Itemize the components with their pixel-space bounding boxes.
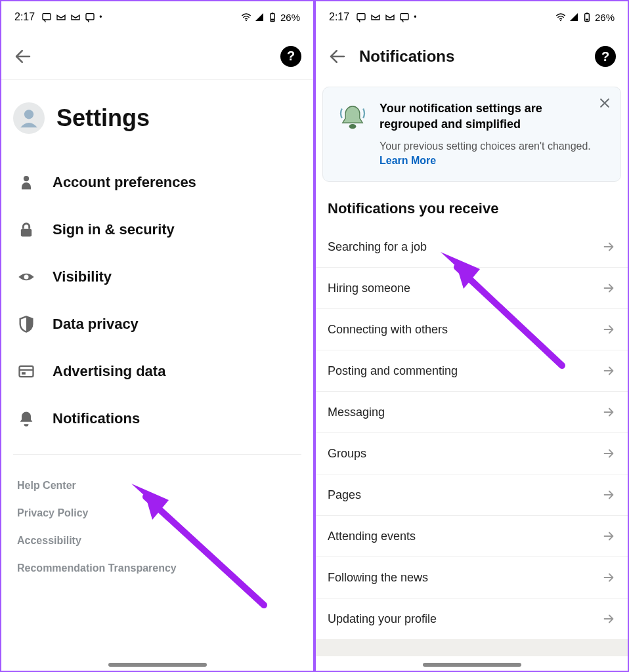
signal-icon xyxy=(254,12,265,22)
section-heading: Notifications you receive xyxy=(316,188,628,226)
row-label: Messaging xyxy=(328,406,385,419)
close-button[interactable] xyxy=(598,96,611,110)
row-searching-job[interactable]: Searching for a job xyxy=(316,226,628,268)
status-left-icons: • xyxy=(41,12,102,22)
svg-rect-13 xyxy=(357,14,365,20)
menu-account-preferences[interactable]: Account preferences xyxy=(13,159,301,206)
row-hiring[interactable]: Hiring someone xyxy=(316,268,628,309)
battery-pct: 26% xyxy=(280,12,300,23)
svg-rect-18 xyxy=(586,19,588,21)
row-updating-profile[interactable]: Updating your profile xyxy=(316,598,628,639)
chevron-right-icon xyxy=(601,281,616,295)
chevron-right-icon xyxy=(601,612,616,626)
chevron-right-icon xyxy=(601,529,616,543)
svg-rect-10 xyxy=(20,366,33,377)
row-messaging[interactable]: Messaging xyxy=(316,392,628,433)
wifi-icon xyxy=(241,12,251,22)
svg-point-15 xyxy=(560,20,561,21)
help-button[interactable]: ? xyxy=(595,46,616,67)
menu-label: Account preferences xyxy=(53,174,196,191)
menu-notifications[interactable]: Notifications xyxy=(13,395,301,442)
svg-rect-5 xyxy=(271,19,274,21)
footer-accessibility[interactable]: Accessibility xyxy=(13,527,301,555)
back-button[interactable] xyxy=(13,47,33,66)
menu-label: Visibility xyxy=(53,268,112,285)
menu-visibility[interactable]: Visibility xyxy=(13,253,301,301)
menu-sign-in-security[interactable]: Sign in & security xyxy=(13,206,301,253)
info-card: Your notification settings are regrouped… xyxy=(322,87,621,182)
status-dot: • xyxy=(99,12,102,22)
footer-help-center[interactable]: Help Center xyxy=(13,472,301,499)
menu-label: Advertising data xyxy=(53,363,165,380)
row-following-news[interactable]: Following the news xyxy=(316,557,628,598)
menu-advertising-data[interactable]: Advertising data xyxy=(13,348,301,395)
footer-privacy-policy[interactable]: Privacy Policy xyxy=(13,499,301,527)
status-left-icons: • xyxy=(356,12,416,22)
svg-rect-14 xyxy=(401,14,408,20)
svg-rect-0 xyxy=(43,14,51,20)
svg-point-19 xyxy=(349,124,357,129)
back-button[interactable] xyxy=(328,47,347,66)
menu-label: Data privacy xyxy=(53,316,139,333)
chevron-right-icon xyxy=(601,446,616,461)
mail-icon-2 xyxy=(385,12,395,22)
app-bar: ? xyxy=(1,33,313,80)
info-subtitle: Your previous setting choices aren't cha… xyxy=(380,139,593,169)
footer-links: Help Center Privacy Policy Accessibility… xyxy=(13,454,301,582)
screencast-icon-2 xyxy=(399,12,410,22)
person-icon xyxy=(17,173,35,192)
chevron-right-icon xyxy=(601,322,616,337)
screencast-icon-2 xyxy=(85,12,95,22)
svg-rect-17 xyxy=(586,12,588,14)
mail-icon xyxy=(56,12,66,22)
chevron-right-icon xyxy=(601,240,616,254)
bell-icon xyxy=(17,410,35,428)
row-label: Hiring someone xyxy=(328,282,410,295)
lock-icon xyxy=(17,220,35,239)
bottom-strip xyxy=(316,639,628,656)
svg-rect-8 xyxy=(21,229,32,237)
svg-point-2 xyxy=(246,20,247,21)
row-label: Posting and commenting xyxy=(328,364,458,378)
mail-icon-2 xyxy=(70,12,81,22)
menu-label: Notifications xyxy=(53,410,140,427)
footer-recommendation-transparency[interactable]: Recommendation Transparency xyxy=(13,555,301,582)
row-attending-events[interactable]: Attending events xyxy=(316,516,628,557)
row-label: Groups xyxy=(328,447,366,461)
status-right-icons: 26% xyxy=(555,12,615,23)
eye-icon xyxy=(17,268,35,286)
row-connecting[interactable]: Connecting with others xyxy=(316,309,628,350)
row-posting-commenting[interactable]: Posting and commenting xyxy=(316,350,628,392)
battery-icon xyxy=(267,12,278,22)
battery-icon xyxy=(582,12,592,22)
status-time: 2:17 xyxy=(14,11,35,23)
svg-rect-12 xyxy=(22,372,26,375)
row-groups[interactable]: Groups xyxy=(316,433,628,474)
newspaper-icon xyxy=(17,362,35,381)
help-button[interactable]: ? xyxy=(280,46,301,67)
chevron-right-icon xyxy=(601,488,616,502)
status-dot: • xyxy=(414,12,416,22)
home-indicator[interactable] xyxy=(108,663,207,667)
chevron-right-icon xyxy=(601,405,616,419)
row-pages[interactable]: Pages xyxy=(316,474,628,516)
learn-more-link[interactable]: Learn More xyxy=(380,155,436,166)
app-bar: Notifications ? xyxy=(316,33,628,80)
info-title: Your notification settings are regrouped… xyxy=(380,100,593,133)
settings-screen: 2:17 • 26% ? Setting xyxy=(0,0,314,672)
signal-icon xyxy=(569,12,579,22)
page-title: Notifications xyxy=(359,47,454,66)
page-title: Settings xyxy=(56,104,150,132)
screencast-icon xyxy=(356,12,366,22)
avatar[interactable] xyxy=(13,102,45,134)
row-label: Pages xyxy=(328,488,361,502)
home-indicator[interactable] xyxy=(423,663,521,667)
shield-icon xyxy=(17,315,35,333)
svg-rect-4 xyxy=(272,12,274,14)
wifi-icon xyxy=(555,12,566,22)
menu-data-privacy[interactable]: Data privacy xyxy=(13,301,301,348)
svg-point-9 xyxy=(24,275,29,280)
svg-point-7 xyxy=(24,176,29,181)
status-right-icons: 26% xyxy=(241,12,300,23)
row-label: Connecting with others xyxy=(328,323,448,337)
